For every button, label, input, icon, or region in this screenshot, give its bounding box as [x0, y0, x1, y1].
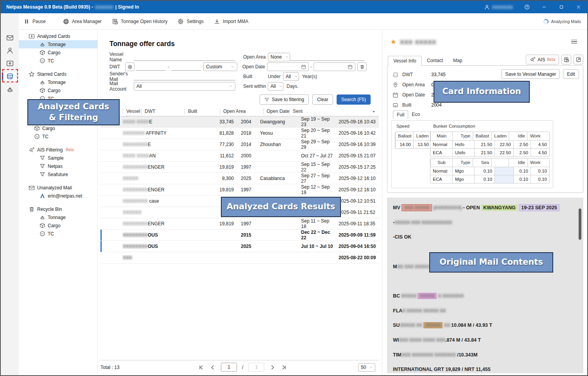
- search-button[interactable]: Search (F5): [337, 94, 371, 105]
- tree-item[interactable]: Tonnage: [19, 78, 97, 86]
- tree-section-root[interactable]: Recycle Bin: [19, 205, 97, 213]
- tree-item[interactable]: Cargo: [19, 86, 97, 94]
- tree-item[interactable]: Sample: [19, 154, 97, 162]
- tree-item[interactable]: Tonnage: [19, 40, 97, 48]
- card-star-icon[interactable]: [390, 39, 396, 45]
- tree-section-root[interactable]: Unanalyzed Mail: [19, 184, 97, 192]
- toolbar-item[interactable]: Pause: [23, 18, 53, 25]
- vessel-name-input[interactable]: [134, 53, 235, 61]
- table-row[interactable]: XXXXXXXXE 77,230 2014 Zhoushan Sep 29 ~ …: [100, 139, 379, 150]
- column-header[interactable]: Sent: [289, 108, 303, 115]
- column-header[interactable]: DWT: [141, 108, 185, 115]
- tree-item[interactable]: Tonnage: [19, 213, 97, 221]
- dwt-min-input[interactable]: [136, 63, 166, 71]
- mail-scrollbar[interactable]: [579, 208, 581, 240]
- user-account-button[interactable]: xxxxxxxx: [479, 4, 518, 10]
- tree-item[interactable]: Cargo: [19, 48, 97, 57]
- prev-page-button[interactable]: [210, 364, 216, 371]
- rail-item[interactable]: [1, 44, 19, 57]
- rail-item[interactable]: [1, 83, 19, 96]
- card-tab[interactable]: Map: [448, 56, 467, 66]
- tree-item[interactable]: Seafuture: [19, 170, 97, 178]
- table-row[interactable]: XXXXX 8,300 2025 Casablanca Sep 27 ~ Sep…: [100, 173, 379, 184]
- edit-button[interactable]: Edit: [563, 69, 579, 79]
- sent-filter-icon[interactable]: [372, 110, 376, 114]
- page-size-select[interactable]: 50: [358, 363, 375, 372]
- table-row[interactable]: XXXXXXXXENGER 19,819 1997 Sep 15 ~ Sep 2…: [100, 162, 379, 173]
- save-to-vessel-manager-button[interactable]: Save to Vessel Manager: [501, 69, 560, 79]
- tree-section-root[interactable]: Starred Cards: [19, 70, 97, 78]
- consumption-mode-tab[interactable]: Full: [393, 110, 408, 119]
- toolbar-item[interactable]: Import MMA: [214, 18, 248, 25]
- tree-section-root[interactable]: AIS Filtering Beta: [19, 146, 97, 154]
- open-external-button[interactable]: [574, 55, 583, 64]
- column-header[interactable]: Open Area: [220, 108, 263, 115]
- save-to-filtering-button[interactable]: Save to filtering: [260, 94, 309, 105]
- rail-item[interactable]: [1, 57, 19, 70]
- ais-button[interactable]: AISBeta: [526, 55, 559, 64]
- open-area-input[interactable]: [290, 53, 364, 61]
- table-row[interactable]: XXXX XXXXE 33,745 2004 Gwangyang Sep 19 …: [100, 116, 379, 128]
- last-page-button[interactable]: [281, 364, 287, 371]
- tree-section-root[interactable]: Analyzed Cards: [19, 32, 97, 40]
- table-row[interactable]: XXXX XXXXAN 11,612 2000 Oct 27 ~ Jul 27 …: [100, 150, 379, 162]
- maximize-button[interactable]: [553, 1, 570, 13]
- column-header[interactable]: Open Date: [263, 108, 289, 115]
- card-tab[interactable]: Vessel Info: [388, 56, 422, 66]
- sent-within-select[interactable]: All: [268, 82, 283, 91]
- open-date-clear-button[interactable]: [357, 62, 367, 71]
- tree-item[interactable]: Netpas: [19, 162, 97, 170]
- table-row[interactable]: XXXXXXXXOUS 2025 Jul 10 ~ Jul 10 2025-09…: [100, 241, 379, 252]
- help-icon: [524, 4, 530, 10]
- consumption-mode-tab[interactable]: Eco: [408, 110, 423, 118]
- row-expand-icon[interactable]: [103, 199, 107, 203]
- mail-text: BC: [393, 293, 400, 299]
- tree-item[interactable]: TC TC: [19, 57, 97, 65]
- open-date-to-input[interactable]: [314, 62, 355, 71]
- table-cell: 2.50: [513, 148, 531, 157]
- card-menu-button[interactable]: [571, 40, 577, 44]
- table-row[interactable]: XXXXXXXXENGER 19,819 1997 Sep 11 ~ Sep 1…: [100, 218, 379, 230]
- dwt-settings-button[interactable]: [125, 62, 134, 71]
- tree-item-label: Cargo: [48, 50, 61, 55]
- row-expand-icon[interactable]: [103, 233, 107, 237]
- filter-form: Vessel Name Open Area None DWT - Custom …: [109, 52, 371, 103]
- cell-open-area: Casablanca: [257, 176, 300, 181]
- tree-item[interactable]: TC TC: [19, 230, 97, 238]
- tree-item[interactable]: Cargo: [19, 124, 97, 132]
- tree-item-label: Netpas: [48, 164, 63, 169]
- mail-account-select[interactable]: All: [134, 82, 235, 91]
- tree-item[interactable]: Cargo: [19, 221, 97, 230]
- row-expand-icon[interactable]: [103, 176, 107, 180]
- row-star-icon[interactable]: [109, 176, 114, 181]
- table-row[interactable]: XXX 2025-08-22 00:09: [100, 252, 379, 264]
- toolbar-item[interactable]: Tonnage Open History: [112, 18, 167, 25]
- tree-item[interactable]: TC TC: [19, 132, 97, 141]
- card-history-button[interactable]: [561, 55, 571, 64]
- senders-mail-input[interactable]: [134, 73, 235, 80]
- table-row[interactable]: XXXXXXXXENGER 19,819 1997 Sep 12 ~ Sep 1…: [100, 184, 379, 196]
- toolbar-item[interactable]: Settings: [177, 18, 203, 25]
- column-header[interactable]: Built: [185, 108, 220, 115]
- close-button[interactable]: [570, 1, 587, 13]
- clear-button[interactable]: Clear: [312, 94, 333, 105]
- next-page-button[interactable]: [269, 364, 276, 371]
- open-area-select[interactable]: None: [268, 53, 290, 61]
- vessel-name-clear: OUS: [148, 244, 158, 249]
- dwt-preset-select[interactable]: Custom: [203, 62, 237, 71]
- table-row[interactable]: XXXXXXXXOUS 2015 Dec 22 ~ Dec 22 2025-09…: [100, 230, 379, 241]
- rail-item[interactable]: [1, 31, 19, 44]
- toolbar-item[interactable]: Area Manager: [63, 18, 102, 25]
- built-select[interactable]: All: [283, 72, 299, 81]
- tree-item[interactable]: erin@netpas.net: [19, 192, 97, 200]
- open-date-from-input[interactable]: [267, 62, 309, 71]
- card-tab[interactable]: Contact: [422, 56, 448, 66]
- column-header[interactable]: Vessel Name: [123, 108, 141, 115]
- first-page-button[interactable]: [198, 364, 204, 371]
- table-row[interactable]: XXXXXXX AFFINITY 81,828 2018 Yeosu Sep 2…: [100, 128, 379, 139]
- help-button[interactable]: [518, 1, 536, 13]
- dwt-max-input[interactable]: [171, 63, 201, 71]
- minimize-button[interactable]: [536, 1, 553, 13]
- page-input[interactable]: 1: [221, 363, 237, 372]
- row-star-icon[interactable]: [109, 131, 114, 136]
